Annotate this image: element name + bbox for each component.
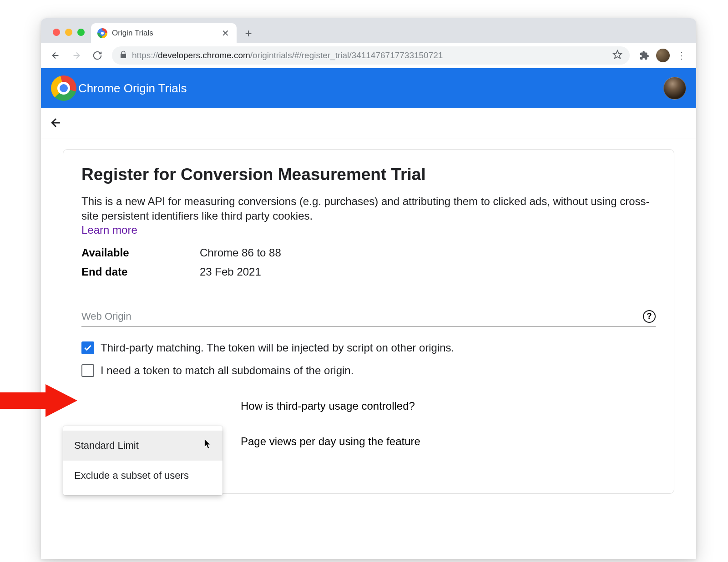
page-back-button[interactable] xyxy=(49,116,63,131)
info-row-end-date: End date 23 Feb 2021 xyxy=(81,266,656,278)
dropdown-item-exclude[interactable]: Exclude a subset of users xyxy=(63,461,222,491)
tab-bar: Origin Trials ✕ + xyxy=(41,18,696,43)
checkbox-subdomains[interactable]: I need a token to match all subdomains o… xyxy=(81,364,656,377)
window-controls xyxy=(46,29,91,43)
svg-marker-0 xyxy=(0,384,77,417)
chrome-logo-icon xyxy=(51,75,76,101)
browser-menu-button[interactable]: ⋮ xyxy=(672,46,691,65)
reload-button[interactable] xyxy=(88,46,106,65)
limit-dropdown[interactable]: Standard Limit Exclude a subset of users xyxy=(63,426,222,495)
checkbox-label: I need a token to match all subdomains o… xyxy=(101,364,354,377)
nav-forward-button[interactable] xyxy=(67,46,86,65)
info-table: Available Chrome 86 to 88 End date 23 Fe… xyxy=(81,246,656,278)
site-title: Chrome Origin Trials xyxy=(78,81,187,95)
tab-close-icon[interactable]: ✕ xyxy=(221,28,230,39)
browser-window: Origin Trials ✕ + https://developers.chr… xyxy=(41,18,696,559)
lock-icon xyxy=(119,50,127,60)
info-row-available: Available Chrome 86 to 88 xyxy=(81,246,656,259)
usage-value: Page views per day using the feature xyxy=(241,435,656,448)
page-nav xyxy=(41,108,696,139)
browser-tab[interactable]: Origin Trials ✕ xyxy=(91,23,237,43)
nav-back-button[interactable] xyxy=(46,46,65,65)
cursor-icon xyxy=(204,439,212,452)
window-maximize-button[interactable] xyxy=(77,29,85,36)
dropdown-item-standard[interactable]: Standard Limit xyxy=(63,431,222,461)
checkbox-label: Third-party matching. The token will be … xyxy=(101,341,454,354)
page-title: Register for Conversion Measurement Tria… xyxy=(81,165,656,184)
checkbox-icon[interactable] xyxy=(81,364,94,377)
site-header: Chrome Origin Trials xyxy=(41,68,696,108)
window-close-button[interactable] xyxy=(53,29,60,36)
svg-marker-1 xyxy=(613,50,622,58)
tab-title: Origin Trials xyxy=(112,29,216,38)
bookmark-star-icon[interactable] xyxy=(612,50,622,61)
web-origin-label: Web Origin xyxy=(81,311,637,322)
address-bar[interactable]: https://developers.chrome.com/origintria… xyxy=(112,46,630,65)
new-tab-button[interactable]: + xyxy=(240,25,257,41)
chrome-favicon-icon xyxy=(97,28,107,38)
description: This is a new API for measuring conversi… xyxy=(81,194,656,224)
usage-question: How is third-party usage controlled? xyxy=(241,400,656,412)
help-icon[interactable]: ? xyxy=(643,310,656,323)
checkbox-icon[interactable] xyxy=(81,341,94,354)
url-text: https://developers.chrome.com/origintria… xyxy=(132,50,443,60)
registration-card: Register for Conversion Measurement Tria… xyxy=(63,149,674,494)
learn-more-link[interactable]: Learn more xyxy=(81,224,656,236)
toolbar: https://developers.chrome.com/origintria… xyxy=(41,43,696,68)
checkbox-third-party[interactable]: Third-party matching. The token will be … xyxy=(81,341,656,354)
profile-avatar-small[interactable] xyxy=(656,49,670,62)
extensions-icon[interactable] xyxy=(635,46,653,65)
profile-avatar[interactable] xyxy=(663,77,686,100)
web-origin-field[interactable]: Web Origin ? xyxy=(81,310,656,327)
window-minimize-button[interactable] xyxy=(65,29,72,36)
callout-arrow xyxy=(0,384,77,417)
